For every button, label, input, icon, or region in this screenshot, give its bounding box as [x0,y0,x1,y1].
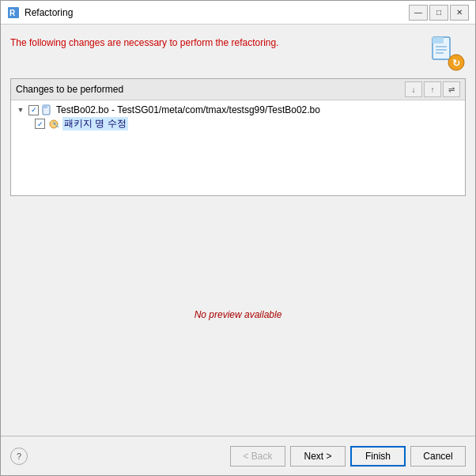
refactoring-icon: ↻ [428,34,466,72]
window-icon: R [7,6,20,19]
footer-right: < Back Next > Finish Cancel [34,446,466,467]
back-button[interactable]: < Back [230,446,285,467]
move-down-button[interactable]: ↓ [405,81,422,97]
header-area: The following changes are necessary to p… [10,34,466,72]
svg-text:R: R [9,9,16,17]
changes-header: Changes to be performed ↓ ↑ ⇌ [11,79,465,100]
header-message: The following changes are necessary to p… [10,34,421,48]
finish-button[interactable]: Finish [350,446,406,467]
changes-panel: Changes to be performed ↓ ↑ ⇌ ▼ ✓ [10,78,466,196]
child-label: 패키지 명 수정 [62,117,128,130]
tree-root-item[interactable]: ▼ ✓ TestBo02.bo - TestSG01/meta/com/tmax… [16,104,460,116]
next-button[interactable]: Next > [290,446,346,467]
root-checkbox[interactable]: ✓ [28,105,39,115]
svg-rect-3 [433,37,444,43]
footer: ? < Back Next > Finish Cancel [1,436,475,475]
move-up-button[interactable]: ↑ [424,81,441,97]
root-label: TestBo02.bo - TestSG01/meta/com/tmax/tes… [56,104,320,115]
minimize-button[interactable]: — [409,5,428,21]
footer-left: ? [10,448,28,465]
no-preview-text: No preview available [195,309,282,320]
svg-text:↻: ↻ [452,58,460,69]
window-title: Refactoring [25,7,409,18]
window-controls: — □ ✕ [409,5,469,21]
child-file-icon: 🔧 [48,119,59,130]
changes-tree: ▼ ✓ TestBo02.bo - TestSG01/meta/com/tmax… [11,100,465,195]
preview-panel: No preview available [10,202,466,426]
expand-icon[interactable]: ▼ [16,105,25,115]
file-icon [42,104,53,115]
svg-text:🔧: 🔧 [52,121,59,128]
refactoring-window: R Refactoring — □ ✕ The following change… [0,0,476,476]
expand-button[interactable]: ⇌ [443,81,460,97]
tree-child-item[interactable]: ✓ 🔧 패키지 명 수정 [35,116,460,131]
changes-toolbar: ↓ ↑ ⇌ [405,81,460,97]
close-button[interactable]: ✕ [450,5,469,21]
title-bar: R Refactoring — □ ✕ [1,1,475,25]
main-content: The following changes are necessary to p… [1,25,475,436]
help-button[interactable]: ? [10,448,28,465]
svg-rect-10 [43,105,47,108]
changes-title: Changes to be performed [16,84,402,95]
child-checkbox[interactable]: ✓ [35,119,45,129]
cancel-button[interactable]: Cancel [410,446,466,467]
maximize-button[interactable]: □ [429,5,448,21]
